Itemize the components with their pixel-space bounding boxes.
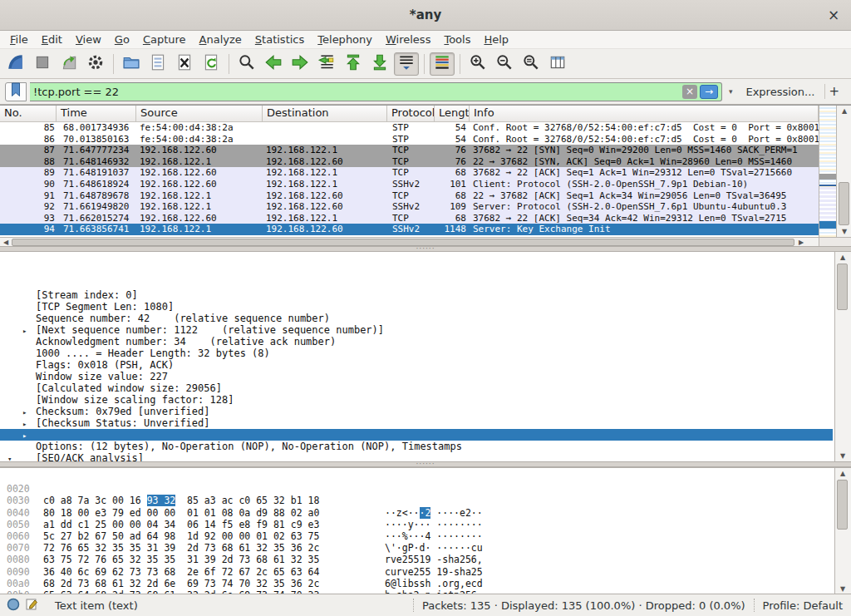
packet-row[interactable]: 89 71.648191037 192.168.122.60 192.168.1… (0, 167, 819, 179)
packet-row[interactable]: 94 71.663856741 192.168.122.1 192.168.12… (0, 224, 819, 235)
hex-row[interactable]: 0070 63 75 72 76 65 32 35 35 31 39 2d 73… (0, 530, 833, 542)
resize-columns-button[interactable] (545, 52, 570, 76)
menu-analyze[interactable]: Analyze (193, 32, 248, 47)
col-time[interactable]: Time (57, 106, 136, 121)
stop-capture-button[interactable] (30, 52, 55, 76)
menu-wireless[interactable]: Wireless (379, 32, 437, 47)
menu-telephony[interactable]: Telephony (311, 32, 379, 47)
detail-row[interactable]: ▸ Flags: 0x018 (PSH, ACK) (0, 324, 833, 336)
detail-row[interactable]: Urgent pointer: 0 (0, 394, 833, 406)
close-window-icon[interactable]: × (824, 6, 843, 24)
packet-row[interactable]: 88 71.648146932 192.168.122.1 192.168.12… (0, 156, 819, 168)
scroll-up-icon[interactable]: ▲ (835, 252, 850, 263)
detail-row[interactable]: ▸ [SEQ/ACK analysis] (0, 417, 833, 429)
filter-value[interactable]: !tcp.port == 22 (33, 86, 682, 98)
detail-row[interactable]: ▸ Options: (12 bytes), No-Operation (NOP… (0, 406, 833, 417)
save-file-button[interactable] (145, 52, 170, 76)
detail-row[interactable]: Window size value: 227 (0, 336, 833, 347)
menu-view[interactable]: View (69, 32, 108, 47)
detail-row[interactable]: [Calculated window size: 29056] (0, 347, 833, 359)
detail-row[interactable]: [TCP Segment Len: 1080] (0, 266, 833, 278)
filter-clear-icon[interactable]: × (682, 85, 697, 99)
scroll-thumb[interactable] (12, 239, 794, 246)
scroll-down-icon[interactable]: ▼ (837, 226, 851, 237)
details-vscrollbar[interactable]: ▲ ▼ (834, 252, 851, 461)
detail-row[interactable]: TCP payload (1080 bytes) (0, 441, 833, 452)
scroll-up-icon[interactable]: ▲ (837, 106, 851, 116)
packet-list-vscrollbar[interactable]: ▲ ▼ (836, 106, 851, 237)
hex-row[interactable]: 0040 a1 dd c1 25 00 00 04 34 06 14 f5 e8… (0, 495, 833, 506)
hex-row[interactable]: 0080 36 40 6c 69 62 73 73 68 2e 6f 72 67… (0, 542, 833, 554)
title-bar[interactable]: *any × (0, 0, 851, 31)
expander-icon[interactable]: ▸ (22, 407, 27, 418)
go-last-button[interactable] (367, 52, 392, 76)
scroll-down-icon[interactable]: ▼ (835, 451, 850, 461)
detail-row[interactable]: [Window size scaling factor: 128] (0, 359, 833, 371)
hex-row[interactable]: 0060 72 76 65 32 35 35 31 39 2d 73 68 61… (0, 519, 833, 530)
pane-splitter-handle[interactable]: ······ (0, 461, 851, 467)
detail-row[interactable]: Acknowledgment number: 34 (relative ack … (0, 301, 833, 313)
col-info[interactable]: Info (470, 106, 819, 121)
reload-file-button[interactable] (199, 52, 224, 76)
packet-row[interactable]: 86 70.013850163 fe:54:00:d4:38:2a STP 54… (0, 134, 819, 145)
expert-info-icon[interactable] (7, 598, 20, 614)
detail-row[interactable]: Checksum: 0x79ed [unverified] (0, 371, 833, 382)
zoom-out-button[interactable] (492, 52, 517, 76)
menu-statistics[interactable]: Statistics (248, 32, 311, 47)
zoom-normal-button[interactable] (519, 52, 544, 76)
expander-icon[interactable]: ▸ (22, 430, 27, 441)
hex-row[interactable]: 0050 5c 27 b2 67 50 ad 64 98 1d 92 00 00… (0, 507, 833, 519)
go-first-button[interactable] (341, 52, 366, 76)
menu-help[interactable]: Help (477, 32, 515, 47)
packet-row[interactable]: 91 71.648789678 192.168.122.1 192.168.12… (0, 190, 819, 202)
status-profile[interactable]: Profile: Default (763, 599, 843, 612)
go-back-button[interactable] (261, 52, 286, 76)
capture-comment-icon[interactable] (25, 598, 38, 614)
zoom-in-button[interactable] (465, 52, 490, 76)
col-no[interactable]: No. (0, 106, 57, 121)
expander-icon[interactable]: ▸ (22, 325, 27, 337)
expander-icon[interactable]: ▸ (22, 418, 27, 430)
detail-row[interactable]: [Stream index: 0] (0, 254, 833, 266)
bytes-vscrollbar[interactable]: ▲ ▼ (834, 468, 851, 594)
packet-row[interactable]: 92 71.661949820 192.168.122.1 192.168.12… (0, 201, 819, 213)
expression-button[interactable]: Expression... (739, 86, 821, 98)
expander-icon[interactable]: ▾ (7, 453, 12, 462)
auto-scroll-button[interactable] (394, 52, 419, 76)
filter-history-dropdown-icon[interactable]: ▾ (726, 87, 736, 96)
capture-options-button[interactable] (83, 52, 108, 76)
col-length[interactable]: Length (435, 106, 470, 121)
hex-row[interactable]: 0020 c0 a8 7a 3c 00 16 93 32 85 a3 ac c0… (0, 471, 833, 483)
scroll-thumb[interactable] (837, 264, 848, 310)
detail-row[interactable]: [Next sequence number: 1122 (relative se… (0, 289, 833, 301)
menu-file[interactable]: File (3, 32, 35, 47)
hex-row[interactable]: 00b0 38 34 2c 65 63 64 68 2d 73 68 61 32… (0, 578, 833, 589)
col-destination[interactable]: Destination (263, 106, 387, 121)
menu-capture[interactable]: Capture (136, 32, 193, 47)
scroll-up-icon[interactable]: ▲ (835, 468, 850, 479)
menu-go[interactable]: Go (108, 32, 136, 47)
col-protocol[interactable]: Protocol (387, 106, 435, 121)
packet-row[interactable]: 93 71.662015274 192.168.122.60 192.168.1… (0, 213, 819, 224)
find-packet-button[interactable] (234, 52, 259, 76)
go-to-packet-button[interactable] (314, 52, 339, 76)
filter-add-button[interactable]: + (824, 84, 846, 99)
packet-row[interactable]: 85 68.001734936 fe:54:00:d4:38:2a STP 54… (0, 122, 819, 134)
scroll-down-icon[interactable]: ▼ (835, 584, 850, 594)
start-capture-button[interactable] (3, 52, 28, 76)
restart-capture-button[interactable] (57, 52, 81, 76)
packet-row[interactable]: 90 71.648618924 192.168.122.60 192.168.1… (0, 179, 819, 190)
col-source[interactable]: Source (136, 106, 263, 121)
filter-bookmark-button[interactable] (5, 82, 27, 101)
display-filter-input[interactable]: !tcp.port == 22 × → (30, 82, 722, 101)
pane-splitter-handle[interactable]: ······ (0, 246, 851, 252)
close-file-button[interactable] (172, 52, 197, 76)
menu-tools[interactable]: Tools (437, 32, 477, 47)
scroll-thumb[interactable] (839, 182, 849, 225)
detail-row[interactable]: 1000 .... = Header Length: 32 bytes (8) (0, 313, 833, 324)
detail-row[interactable]: [Checksum Status: Unverified] (0, 382, 833, 394)
menu-edit[interactable]: Edit (35, 32, 69, 47)
detail-row[interactable]: ▸ [Timestamps] (0, 429, 833, 441)
hex-row[interactable]: 0090 68 2d 73 68 61 32 2d 6e 69 73 74 70… (0, 554, 833, 565)
filter-apply-icon[interactable]: → (700, 85, 718, 99)
